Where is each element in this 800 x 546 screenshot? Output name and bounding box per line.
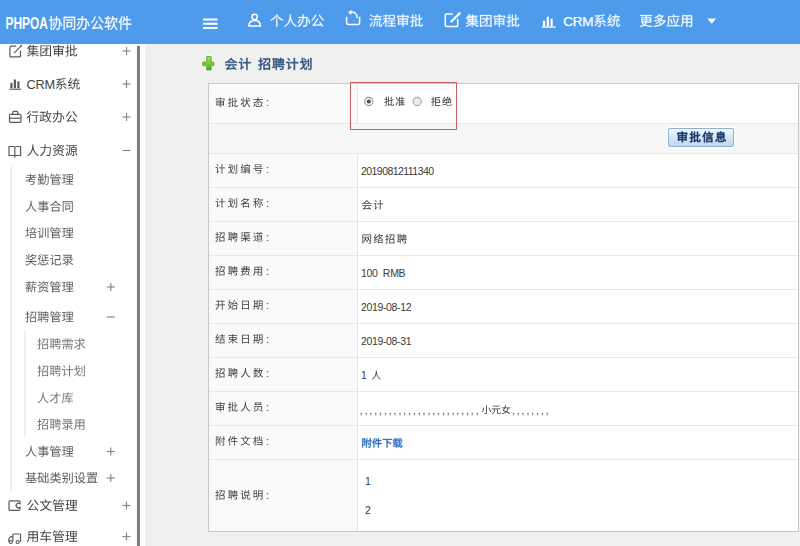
svg-text:CRM: CRM — [27, 77, 55, 92]
